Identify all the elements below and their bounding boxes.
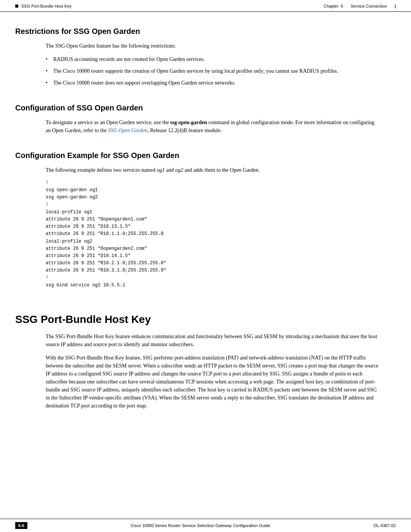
example-italic2: og2	[175, 167, 183, 173]
example-italic1: og1	[157, 167, 165, 173]
config-link[interactable]: SSG Open Garden	[108, 128, 148, 133]
config-example-heading: Configuration Example for SSG Open Garde…	[15, 151, 396, 160]
example-intro-middle: and	[165, 167, 175, 173]
main-paragraph-1: The SSG Port-Bundle Host Key feature enh…	[46, 332, 381, 348]
restrictions-heading: Restrictions for SSG Open Garden	[15, 27, 396, 36]
example-intro-prefix: The following example defines two servic…	[46, 167, 157, 173]
list-item: The Cisco 10000 router supports the crea…	[46, 67, 381, 75]
page-header: SSG Port-Bundle Host Key Chapter 6 Servi…	[0, 0, 411, 12]
restrictions-intro: The SSG Open Garden feature has the foll…	[46, 42, 381, 50]
config-body-prefix: To designate a service as an Open Garden…	[46, 120, 170, 125]
header-bullet-icon	[15, 5, 18, 8]
config-link-text: SSG Open Garden	[108, 128, 148, 133]
config-link-suffix: , Release 12.2(4)B feature module.	[147, 128, 222, 133]
configuration-body: To designate a service as an Open Garden…	[46, 118, 381, 134]
configuration-heading: Configuration of SSG Open Garden	[15, 104, 396, 112]
example-intro-suffix: and adds them to the Open Garden.	[183, 167, 260, 173]
config-command: ssg open-garden	[170, 120, 207, 125]
main-content: Restrictions for SSG Open Garden The SSG…	[0, 12, 411, 430]
config-code: ! ssg open-garden og1 ssg open-garden og…	[46, 179, 381, 289]
header-section-title: Service Connection	[351, 4, 387, 8]
footer-right-text: OL-4387-02	[373, 523, 396, 528]
header-right: Chapter 6 Service Connection |	[323, 4, 396, 8]
chapter-info: Chapter 6	[323, 4, 343, 8]
config-example-intro: The following example defines two servic…	[46, 166, 381, 174]
chapter-label: Chapter	[323, 4, 338, 8]
header-left: SSG Port-Bundle Host Key	[15, 4, 72, 8]
restrictions-list: RADIUS accounting records are not create…	[46, 55, 381, 87]
chapter-number: 6	[341, 4, 343, 8]
list-item: The Cisco 10000 router does not support …	[46, 79, 381, 87]
page-footer: 6-6 Cisco 10000 Series Router Service Se…	[0, 519, 411, 532]
footer-page-number: 6-6	[15, 522, 27, 529]
footer-center-text: Cisco 10000 Series Router Service Select…	[131, 523, 270, 528]
header-pipe: |	[395, 4, 396, 8]
list-item: RADIUS accounting records are not create…	[46, 55, 381, 63]
header-left-text: SSG Port-Bundle Host Key	[21, 4, 72, 8]
main-paragraph-2: With the SSG Port-Bundle Host Key featur…	[46, 354, 381, 410]
main-section-heading: SSG Port-Bundle Host Key	[15, 313, 396, 326]
